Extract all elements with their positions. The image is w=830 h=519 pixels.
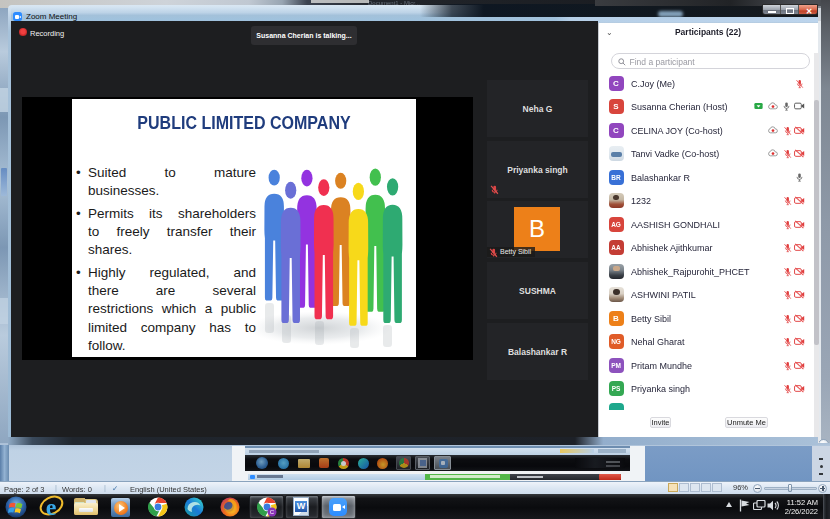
svg-text:C: C	[270, 509, 275, 515]
svg-text:e: e	[46, 494, 57, 519]
